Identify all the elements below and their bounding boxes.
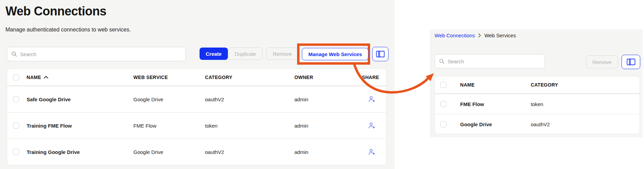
columns-button[interactable] xyxy=(621,55,640,69)
share-button[interactable] xyxy=(368,95,376,103)
column-header-name[interactable]: NAME xyxy=(27,75,48,80)
column-header-web-service[interactable]: WEB SERVICE xyxy=(133,75,168,80)
row-checkbox[interactable] xyxy=(440,101,447,107)
page-title: Web Connections xyxy=(5,4,106,18)
person-add-icon xyxy=(368,148,376,156)
cell-name: Google Drive xyxy=(460,121,492,127)
cell-name: Training Google Drive xyxy=(27,149,80,155)
columns-icon xyxy=(627,58,635,65)
breadcrumb-chevron-icon xyxy=(478,33,481,38)
column-header-category[interactable]: CATEGORY xyxy=(205,75,232,80)
cell-category: oauthV2 xyxy=(205,96,224,102)
column-header-share: SHARE xyxy=(362,75,379,80)
table-row[interactable]: Google Drive oauthV2 xyxy=(435,114,640,134)
share-button[interactable] xyxy=(368,122,376,129)
web-services-table: NAME CATEGORY FME Flow token Google Driv… xyxy=(435,76,640,134)
cell-category: token xyxy=(531,101,543,107)
cell-name: Training FME Flow xyxy=(27,123,72,129)
person-add-icon xyxy=(368,122,376,129)
page-subtitle: Manage authenticated connections to web … xyxy=(5,27,131,33)
row-checkbox[interactable] xyxy=(13,122,19,129)
chevron-up-icon xyxy=(44,76,48,79)
cell-web-service: Google Drive xyxy=(133,149,163,155)
row-checkbox[interactable] xyxy=(440,121,447,127)
select-all-checkbox[interactable] xyxy=(13,74,19,80)
table-row[interactable]: Training Google Drive Google Drive oauth… xyxy=(7,139,386,165)
table-header-row: NAME CATEGORY xyxy=(435,76,640,94)
cell-web-service: FME Flow xyxy=(133,123,157,129)
web-services-page: Web Connections Web Services Remove NAME… xyxy=(430,29,643,138)
connections-table: NAME WEB SERVICE CATEGORY OWNER SHARE Sa… xyxy=(7,68,386,165)
person-add-icon xyxy=(368,95,376,103)
web-connections-page: Web Connections Manage authenticated con… xyxy=(0,0,395,169)
search-input[interactable] xyxy=(448,58,541,64)
column-header-category[interactable]: CATEGORY xyxy=(531,82,558,88)
breadcrumb: Web Connections Web Services xyxy=(435,32,516,38)
cell-category: token xyxy=(205,123,218,129)
column-header-name[interactable]: NAME xyxy=(460,82,474,88)
search-box xyxy=(435,54,545,68)
search-box xyxy=(7,47,186,61)
duplicate-button[interactable]: Duplicate xyxy=(228,48,263,60)
cell-category: oauthV2 xyxy=(205,149,224,155)
table-row[interactable]: Safe Google Drive Google Drive oauthV2 a… xyxy=(7,86,386,112)
table-row[interactable]: Training FME Flow FME Flow token admin xyxy=(7,112,386,139)
cell-name: Safe Google Drive xyxy=(27,96,71,102)
breadcrumb-current-web-services: Web Services xyxy=(484,32,516,38)
cell-name: FME Flow xyxy=(460,101,484,107)
row-checkbox[interactable] xyxy=(13,96,19,102)
table-row[interactable]: FME Flow token xyxy=(435,94,640,114)
cell-owner: admin xyxy=(294,123,308,129)
row-checkbox[interactable] xyxy=(13,149,19,155)
cell-owner: admin xyxy=(294,149,308,155)
column-header-name-label: NAME xyxy=(27,75,41,80)
search-input[interactable] xyxy=(20,51,181,57)
column-header-owner[interactable]: OWNER xyxy=(294,75,313,80)
table-header-row: NAME WEB SERVICE CATEGORY OWNER SHARE xyxy=(7,69,386,86)
remove-button[interactable]: Remove xyxy=(266,48,298,60)
cell-owner: admin xyxy=(294,96,308,102)
search-icon xyxy=(439,58,444,64)
cell-category: oauthV2 xyxy=(531,121,550,127)
search-icon xyxy=(11,51,17,57)
columns-icon xyxy=(376,51,385,57)
cell-web-service: Google Drive xyxy=(133,96,163,102)
share-button[interactable] xyxy=(368,148,376,156)
select-all-checkbox[interactable] xyxy=(440,82,447,88)
create-button[interactable]: Create xyxy=(200,48,228,60)
columns-button[interactable] xyxy=(372,47,389,61)
breadcrumb-link-web-connections[interactable]: Web Connections xyxy=(435,32,475,38)
remove-button[interactable]: Remove xyxy=(586,55,618,68)
manage-web-services-button[interactable]: Manage Web Services xyxy=(302,48,368,60)
